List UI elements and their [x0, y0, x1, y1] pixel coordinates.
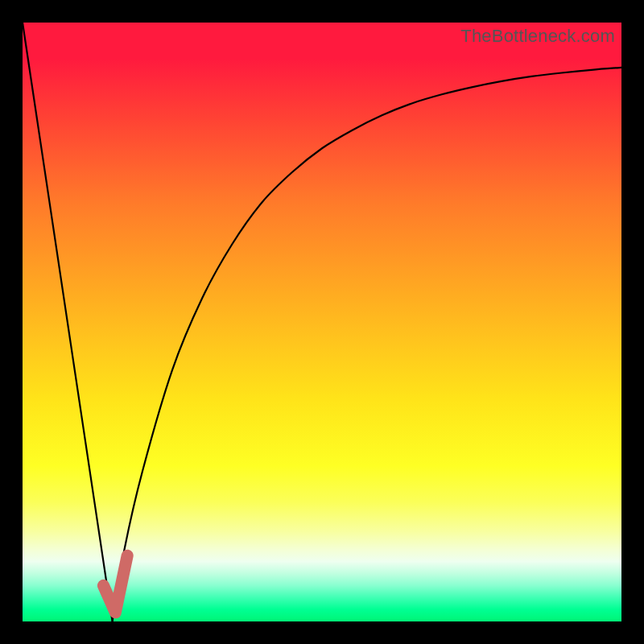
chart-frame: TheBottleneck.com: [0, 0, 644, 644]
left-line: [23, 23, 113, 621]
right-curve: [113, 68, 621, 621]
curves-overlay: [23, 23, 621, 621]
highlight-hook: [103, 555, 127, 613]
plot-area: TheBottleneck.com: [23, 23, 621, 621]
